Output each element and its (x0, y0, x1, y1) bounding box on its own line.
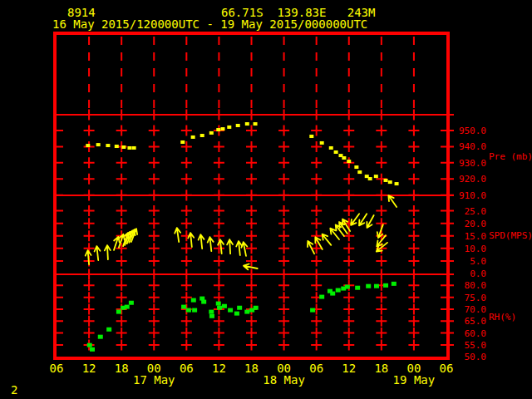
pressure-data-point (347, 160, 351, 163)
humidity-data-point (383, 283, 388, 288)
humidity-data-point (201, 300, 206, 304)
y-tick-label-pressure: 930.0 (453, 158, 486, 169)
x-hour-label: 18 (240, 363, 264, 374)
y-tick-label-relative-humidity: 80.0 (453, 280, 486, 291)
humidity-data-point (209, 314, 214, 318)
humidity-data-point (106, 328, 111, 332)
meteogram-plot-canvas (0, 0, 532, 399)
x-hour-label: 06 (175, 363, 198, 374)
y-tick-label-relative-humidity: 55.0 (453, 340, 486, 351)
pressure-data-point (395, 182, 399, 185)
humidity-data-point (125, 305, 130, 309)
wind-arrow (208, 237, 214, 251)
humidity-data-point (209, 310, 214, 314)
wind-arrow (323, 234, 332, 245)
x-hour-label: 12 (337, 363, 361, 374)
y-tick-label-pressure: 950.0 (453, 126, 486, 136)
y-tick-label-wind-speed: 15.0 (453, 231, 486, 242)
humidity-data-point (330, 292, 335, 296)
x-date-label: 19 May (387, 375, 441, 386)
pressure-data-point (245, 122, 249, 126)
pressure-data-point (180, 140, 185, 144)
x-hour-label: 12 (207, 363, 230, 374)
humidity-data-point (186, 308, 191, 313)
humidity-data-point (336, 288, 341, 293)
y-tick-label-relative-humidity: 60.0 (453, 328, 486, 339)
wind-arrow (308, 241, 314, 254)
x-hour-label: 06 (45, 363, 68, 374)
pressure-data-point (121, 145, 126, 149)
y-tick-label-wind-speed: 20.0 (453, 219, 486, 229)
pressure-data-point (384, 179, 388, 182)
wind-arrow (105, 245, 111, 259)
y-tick-label-relative-humidity: 50.0 (453, 352, 486, 362)
wind-arrow (351, 214, 359, 225)
y-tick-label-pressure: 940.0 (453, 141, 486, 152)
humidity-data-point (129, 301, 134, 305)
pressure-data-point (227, 126, 231, 129)
y-tick-label-wind-speed: 5.0 (453, 256, 486, 267)
pressure-data-point (132, 146, 136, 150)
humidity-data-point (116, 310, 121, 314)
pressure-data-point (354, 165, 358, 169)
humidity-data-point (345, 285, 350, 289)
y-tick-label-wind-speed: 0.0 (453, 268, 486, 279)
humidity-data-point (222, 304, 227, 308)
y-unit-label-wind-speed: SPD(MPS) (489, 230, 532, 241)
pressure-data-point (209, 131, 214, 135)
y-tick-label-pressure: 910.0 (453, 190, 486, 201)
pressure-data-point (236, 124, 240, 127)
pressure-data-point (200, 134, 204, 137)
y-unit-label-relative-humidity: RH(%) (489, 312, 516, 323)
pressure-data-point (320, 141, 324, 145)
x-hour-label: 18 (370, 363, 393, 374)
pressure-data-point (254, 122, 258, 126)
x-hour-label: 06 (305, 363, 328, 374)
pressure-data-point (115, 145, 119, 148)
pressure-data-point (96, 143, 101, 146)
humidity-data-point (254, 306, 259, 310)
x-hour-label: 18 (110, 363, 133, 374)
y-unit-label-pressure: Pre (mb) (489, 151, 532, 162)
humidity-data-point (366, 284, 371, 288)
pressure-data-point (220, 127, 224, 131)
pressure-data-point (127, 146, 131, 150)
wind-arrow (388, 195, 397, 207)
wind-arrow (199, 234, 204, 249)
x-date-label: 17 May (127, 375, 180, 386)
wind-arrow (175, 228, 180, 242)
humidity-data-point (237, 306, 242, 310)
pressure-data-point (357, 170, 362, 174)
wind-arrow (244, 264, 258, 270)
x-hour-label: 12 (77, 363, 101, 374)
y-tick-label-relative-humidity: 70.0 (453, 304, 486, 315)
humidity-data-point (319, 295, 324, 299)
pressure-data-point (216, 128, 220, 131)
pressure-data-point (329, 146, 333, 150)
y-tick-label-pressure: 920.0 (453, 174, 486, 185)
x-date-label: 18 May (258, 375, 311, 386)
wind-arrow (367, 215, 373, 228)
humidity-data-point (392, 282, 397, 286)
wind-arrow (359, 214, 367, 225)
humidity-data-point (217, 306, 222, 310)
humidity-data-point (191, 298, 196, 303)
pressure-data-point (388, 180, 392, 184)
humidity-data-point (192, 308, 197, 313)
wind-arrow (188, 233, 194, 247)
humidity-data-point (228, 308, 233, 313)
wind-arrow (227, 239, 233, 254)
humidity-data-point (244, 310, 249, 314)
pressure-data-point (334, 150, 338, 154)
wind-arrow (330, 229, 339, 239)
humidity-data-point (98, 335, 103, 339)
humidity-data-point (90, 347, 95, 352)
y-tick-label-wind-speed: 25.0 (453, 206, 486, 217)
pressure-data-point (191, 135, 195, 139)
wind-arrow (86, 250, 91, 264)
humidity-data-point (181, 305, 186, 309)
y-tick-label-relative-humidity: 65.0 (453, 316, 486, 327)
pressure-data-point (106, 144, 110, 147)
meteogram-screen: 8914 66.71S 139.83E 243M 16 May 2015/120… (0, 0, 532, 399)
humidity-data-point (355, 286, 360, 290)
